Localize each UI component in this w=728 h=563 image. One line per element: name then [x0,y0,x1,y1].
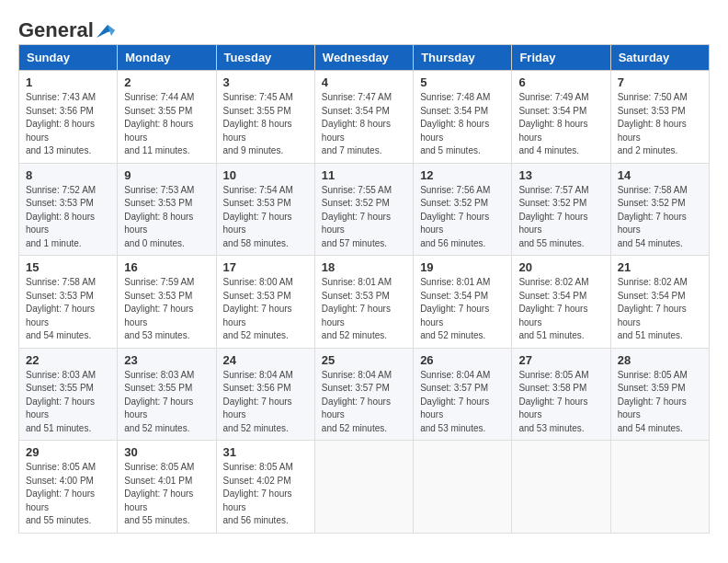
day-info: Sunrise: 8:03 AM Sunset: 3:55 PM Dayligh… [26,369,110,436]
day-number: 25 [322,353,406,367]
day-info: Sunrise: 7:58 AM Sunset: 3:53 PM Dayligh… [26,276,110,343]
calendar-cell: 29 Sunrise: 8:05 AM Sunset: 4:00 PM Dayl… [19,441,118,534]
day-number: 23 [124,353,209,367]
calendar-week-1: 1 Sunrise: 7:43 AM Sunset: 3:56 PM Dayli… [19,71,710,164]
day-number: 11 [322,168,406,182]
day-info: Sunrise: 7:55 AM Sunset: 3:52 PM Dayligh… [322,184,406,251]
day-number: 19 [420,260,505,274]
weekday-header-monday: Monday [118,45,216,71]
calendar-week-3: 15 Sunrise: 7:58 AM Sunset: 3:53 PM Dayl… [19,256,710,349]
calendar-cell: 25 Sunrise: 8:04 AM Sunset: 3:57 PM Dayl… [314,348,413,441]
calendar-cell: 13 Sunrise: 7:57 AM Sunset: 3:52 PM Dayl… [512,163,610,256]
day-info: Sunrise: 7:59 AM Sunset: 3:53 PM Dayligh… [124,276,209,343]
day-info: Sunrise: 8:03 AM Sunset: 3:55 PM Dayligh… [124,369,209,436]
day-info: Sunrise: 8:05 AM Sunset: 4:02 PM Dayligh… [223,461,308,528]
calendar-cell: 28 Sunrise: 8:05 AM Sunset: 3:59 PM Dayl… [610,348,709,441]
calendar-cell: 14 Sunrise: 7:58 AM Sunset: 3:52 PM Dayl… [610,163,709,256]
calendar-cell: 16 Sunrise: 7:59 AM Sunset: 3:53 PM Dayl… [118,256,216,349]
day-info: Sunrise: 7:50 AM Sunset: 3:53 PM Dayligh… [618,91,702,158]
day-number: 2 [124,75,209,89]
calendar-cell: 12 Sunrise: 7:56 AM Sunset: 3:52 PM Dayl… [414,163,512,256]
calendar-cell: 6 Sunrise: 7:49 AM Sunset: 3:54 PM Dayli… [512,71,610,164]
weekday-header-wednesday: Wednesday [314,45,413,71]
logo-bird-icon [95,23,115,40]
day-number: 24 [223,353,308,367]
calendar-week-4: 22 Sunrise: 8:03 AM Sunset: 3:55 PM Dayl… [19,348,710,441]
calendar-cell: 1 Sunrise: 7:43 AM Sunset: 3:56 PM Dayli… [19,71,118,164]
day-number: 1 [26,75,110,89]
day-info: Sunrise: 8:05 AM Sunset: 4:01 PM Dayligh… [124,461,209,528]
calendar-table: SundayMondayTuesdayWednesdayThursdayFrid… [18,44,710,534]
day-info: Sunrise: 8:00 AM Sunset: 3:53 PM Dayligh… [223,276,308,343]
calendar-cell: 10 Sunrise: 7:54 AM Sunset: 3:53 PM Dayl… [216,163,314,256]
day-info: Sunrise: 7:44 AM Sunset: 3:55 PM Dayligh… [124,91,209,158]
calendar-cell: 7 Sunrise: 7:50 AM Sunset: 3:53 PM Dayli… [610,71,709,164]
day-number: 18 [322,260,406,274]
day-number: 5 [420,75,505,89]
day-number: 15 [26,260,110,274]
day-info: Sunrise: 8:04 AM Sunset: 3:57 PM Dayligh… [420,369,505,436]
logo-general: General [18,18,94,42]
day-info: Sunrise: 8:04 AM Sunset: 3:57 PM Dayligh… [322,369,406,436]
day-info: Sunrise: 7:58 AM Sunset: 3:52 PM Dayligh… [618,184,702,251]
day-info: Sunrise: 7:43 AM Sunset: 3:56 PM Dayligh… [26,91,110,158]
day-number: 6 [518,75,603,89]
calendar-week-2: 8 Sunrise: 7:52 AM Sunset: 3:53 PM Dayli… [19,163,710,256]
calendar-cell [314,441,413,534]
day-number: 10 [223,168,308,182]
weekday-header-thursday: Thursday [414,45,512,71]
day-number: 28 [618,353,702,367]
day-number: 31 [223,445,308,459]
day-number: 3 [223,75,308,89]
day-info: Sunrise: 7:52 AM Sunset: 3:53 PM Dayligh… [26,184,110,251]
day-info: Sunrise: 8:04 AM Sunset: 3:56 PM Dayligh… [223,369,308,436]
calendar-cell [512,441,610,534]
calendar-cell: 18 Sunrise: 8:01 AM Sunset: 3:53 PM Dayl… [314,256,413,349]
calendar-cell: 8 Sunrise: 7:52 AM Sunset: 3:53 PM Dayli… [19,163,118,256]
day-info: Sunrise: 7:49 AM Sunset: 3:54 PM Dayligh… [518,91,603,158]
calendar-cell: 3 Sunrise: 7:45 AM Sunset: 3:55 PM Dayli… [216,71,314,164]
day-number: 26 [420,353,505,367]
day-info: Sunrise: 8:05 AM Sunset: 4:00 PM Dayligh… [26,461,110,528]
calendar-cell: 27 Sunrise: 8:05 AM Sunset: 3:58 PM Dayl… [512,348,610,441]
day-number: 22 [26,353,110,367]
calendar-cell: 24 Sunrise: 8:04 AM Sunset: 3:56 PM Dayl… [216,348,314,441]
day-number: 7 [618,75,702,89]
weekday-header-row: SundayMondayTuesdayWednesdayThursdayFrid… [19,45,710,71]
weekday-header-saturday: Saturday [610,45,709,71]
day-info: Sunrise: 7:57 AM Sunset: 3:52 PM Dayligh… [518,184,603,251]
weekday-header-sunday: Sunday [19,45,118,71]
day-number: 4 [322,75,406,89]
day-number: 9 [124,168,209,182]
day-info: Sunrise: 7:45 AM Sunset: 3:55 PM Dayligh… [223,91,308,158]
day-info: Sunrise: 8:02 AM Sunset: 3:54 PM Dayligh… [518,276,603,343]
calendar-week-5: 29 Sunrise: 8:05 AM Sunset: 4:00 PM Dayl… [19,441,710,534]
calendar-cell: 26 Sunrise: 8:04 AM Sunset: 3:57 PM Dayl… [414,348,512,441]
calendar-cell: 22 Sunrise: 8:03 AM Sunset: 3:55 PM Dayl… [19,348,118,441]
day-number: 30 [124,445,209,459]
calendar-cell: 15 Sunrise: 7:58 AM Sunset: 3:53 PM Dayl… [19,256,118,349]
calendar-cell: 2 Sunrise: 7:44 AM Sunset: 3:55 PM Dayli… [118,71,216,164]
day-info: Sunrise: 7:47 AM Sunset: 3:54 PM Dayligh… [322,91,406,158]
day-info: Sunrise: 8:02 AM Sunset: 3:54 PM Dayligh… [618,276,702,343]
day-number: 12 [420,168,505,182]
calendar-cell: 23 Sunrise: 8:03 AM Sunset: 3:55 PM Dayl… [118,348,216,441]
logo: General [18,18,115,39]
day-info: Sunrise: 8:05 AM Sunset: 3:58 PM Dayligh… [518,369,603,436]
weekday-header-friday: Friday [512,45,610,71]
calendar-cell: 21 Sunrise: 8:02 AM Sunset: 3:54 PM Dayl… [610,256,709,349]
day-info: Sunrise: 7:56 AM Sunset: 3:52 PM Dayligh… [420,184,505,251]
day-info: Sunrise: 8:01 AM Sunset: 3:54 PM Dayligh… [420,276,505,343]
day-number: 20 [518,260,603,274]
calendar-cell: 31 Sunrise: 8:05 AM Sunset: 4:02 PM Dayl… [216,441,314,534]
day-number: 17 [223,260,308,274]
day-info: Sunrise: 7:54 AM Sunset: 3:53 PM Dayligh… [223,184,308,251]
weekday-header-tuesday: Tuesday [216,45,314,71]
calendar-cell: 9 Sunrise: 7:53 AM Sunset: 3:53 PM Dayli… [118,163,216,256]
day-number: 21 [618,260,702,274]
day-number: 16 [124,260,209,274]
calendar-cell [414,441,512,534]
day-info: Sunrise: 8:05 AM Sunset: 3:59 PM Dayligh… [618,369,702,436]
calendar-cell: 19 Sunrise: 8:01 AM Sunset: 3:54 PM Dayl… [414,256,512,349]
day-number: 14 [618,168,702,182]
